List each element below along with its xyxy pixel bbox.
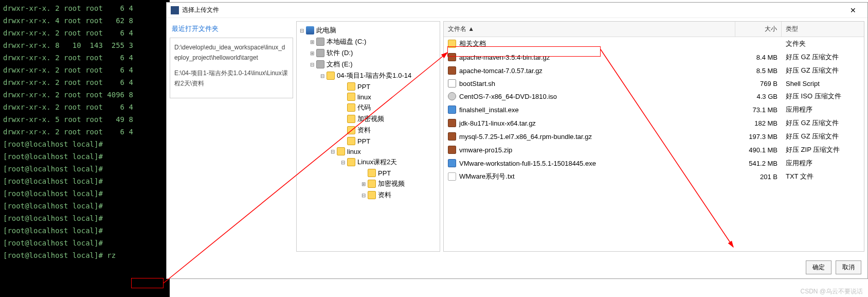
- file-type: 好压 GZ 压缩文件: [782, 117, 864, 129]
- file-size: 490.1 MB: [735, 145, 782, 155]
- ok-button[interactable]: 确定: [806, 260, 831, 274]
- tree-item[interactable]: ⊞本地磁盘 (C:): [308, 36, 439, 47]
- tree-label: PPT: [357, 137, 370, 145]
- file-size: 197.3 MB: [735, 132, 782, 142]
- file-size: 8.4 MB: [735, 53, 782, 62]
- file-row[interactable]: mysql-5.7.25-1.el7.x86_64.rpm-bundle.tar…: [444, 130, 864, 143]
- tree-label: 文档 (E:): [327, 60, 353, 69]
- folder-icon: [347, 158, 355, 166]
- col-type[interactable]: 类型: [782, 22, 864, 37]
- tree-item[interactable]: 代码: [339, 102, 439, 113]
- tree-toggle-icon[interactable]: ⊞: [360, 181, 367, 187]
- archive-icon: [448, 66, 456, 75]
- recent-folders-box: D:\develop\edu_idea_workspace\linux_depl…: [170, 38, 293, 98]
- drive-icon: [316, 38, 324, 46]
- file-name: finalshell_install.exe: [459, 106, 519, 114]
- folder-icon: [368, 191, 376, 199]
- file-type: 好压 ZIP 压缩文件: [782, 144, 864, 155]
- computer-icon: [306, 26, 314, 34]
- rz-highlight-box: [131, 278, 164, 288]
- tree-label: 资料: [357, 126, 371, 135]
- close-button[interactable]: ✕: [843, 6, 863, 14]
- file-row[interactable]: finalshell_install.exe73.1 MB应用程序: [444, 103, 864, 116]
- tree-label: 加密视频: [357, 114, 384, 124]
- file-size: 769 B: [735, 79, 782, 89]
- tree-toggle-icon[interactable]: ⊞: [309, 50, 315, 56]
- file-row[interactable]: vmware-pro15.zip490.1 MB好压 ZIP 压缩文件: [444, 143, 864, 156]
- tree-item[interactable]: 加密视频: [339, 113, 439, 125]
- folder-tree[interactable]: ⊟此电脑⊞本地磁盘 (C:)⊞软件 (D:)⊟文档 (E:)⊟04-项目1-瑞吉…: [296, 21, 440, 252]
- file-row[interactable]: apache-tomcat-7.0.57.tar.gz8.5 MB好压 GZ 压…: [444, 64, 864, 77]
- folder-icon: [347, 82, 355, 91]
- file-size: 73.1 MB: [735, 105, 782, 115]
- file-row[interactable]: bootStart.sh769 BShell Script: [444, 77, 864, 90]
- tree-toggle-icon[interactable]: ⊞: [309, 39, 315, 45]
- recent-path[interactable]: D:\develop\edu_idea_workspace\linux_depl…: [174, 42, 288, 63]
- txt-icon: [448, 172, 456, 181]
- file-name: apache-tomcat-7.0.57.tar.gz: [459, 67, 542, 75]
- folder-icon: [368, 180, 376, 188]
- file-type: 好压 GZ 压缩文件: [782, 131, 864, 142]
- file-row[interactable]: jdk-8u171-linux-x64.tar.gz182 MB好压 GZ 压缩…: [444, 116, 864, 130]
- file-row[interactable]: VMware-workstation-full-15.5.1-15018445.…: [444, 156, 864, 170]
- file-name: jdk-8u171-linux-x64.tar.gz: [459, 119, 536, 127]
- folder-icon: [337, 147, 345, 155]
- tree-item[interactable]: ⊟Linux课程2天: [339, 156, 439, 168]
- archive-icon: [448, 146, 456, 154]
- folder-icon: [347, 115, 355, 123]
- file-size: 201 B: [735, 172, 782, 182]
- tree-label: 软件 (D:): [327, 48, 353, 58]
- file-name: VMware-workstation-full-15.5.1-15018445.…: [459, 160, 596, 167]
- col-name[interactable]: 文件名 ▲: [444, 22, 735, 37]
- tree-item[interactable]: ⊞加密视频: [359, 178, 439, 189]
- file-name: mysql-5.7.25-1.el7.x86_64.rpm-bundle.tar…: [459, 133, 592, 141]
- tree-item[interactable]: linux: [339, 92, 439, 102]
- tree-label: 加密视频: [378, 179, 405, 188]
- tree-item[interactable]: ⊟04-项目1-瑞吉外卖1.0-14: [318, 70, 439, 81]
- tree-toggle-icon[interactable]: ⊟: [360, 193, 367, 198]
- tree-item[interactable]: PPT: [339, 81, 439, 92]
- file-size: 4.3 GB: [735, 92, 782, 101]
- recent-path[interactable]: E:\04-项目1-瑞吉外卖1.0-14\linux\Linux课程2天\资料: [174, 68, 288, 89]
- tree-label: PPT: [378, 169, 391, 177]
- tree-toggle-icon[interactable]: ⊟: [319, 73, 326, 79]
- col-size[interactable]: 大小: [735, 22, 782, 37]
- tree-label: PPT: [357, 83, 370, 91]
- file-row[interactable]: CentOS-7-x86_64-DVD-1810.iso4.3 GB好压 ISO…: [444, 90, 864, 103]
- file-type: Shell Script: [782, 79, 864, 89]
- tree-label: 此电脑: [316, 26, 336, 35]
- script-icon: [448, 79, 456, 88]
- tree-item[interactable]: ⊞软件 (D:): [308, 47, 439, 59]
- file-size: 8.5 MB: [735, 66, 782, 76]
- file-type: 文件夹: [782, 38, 864, 49]
- tree-toggle-icon[interactable]: ⊟: [340, 160, 346, 165]
- cancel-button[interactable]: 取消: [836, 260, 861, 274]
- tree-item[interactable]: ⊟linux: [329, 146, 439, 156]
- terminal[interactable]: drwxr-xr-x. 2 root root 6 4drwxr-xr-x. 4…: [0, 0, 170, 297]
- tree-item[interactable]: 资料: [339, 125, 439, 136]
- folder-icon: [347, 103, 355, 112]
- tree-item[interactable]: PPT: [339, 136, 439, 146]
- file-size: [735, 43, 782, 45]
- tree-toggle-icon[interactable]: ⊟: [309, 62, 315, 67]
- file-row[interactable]: WMware系列号.txt201 BTXT 文件: [444, 170, 864, 183]
- file-name: bootStart.sh: [459, 80, 495, 88]
- file-list[interactable]: 相关文档文件夹apache-maven-3.5.4-bin.tar.gz8.4 …: [444, 37, 864, 251]
- tree-item[interactable]: ⊟文档 (E:): [308, 59, 439, 70]
- tree-toggle-icon[interactable]: ⊟: [330, 149, 336, 154]
- file-type: TXT 文件: [782, 171, 864, 182]
- folder-icon: [327, 72, 335, 80]
- file-type: 应用程序: [782, 158, 864, 169]
- watermark: CSDN @乌云不要说话: [800, 287, 863, 296]
- archive-icon: [448, 132, 456, 141]
- iso-icon: [448, 92, 456, 100]
- folder-icon: [347, 137, 355, 145]
- tree-toggle-icon[interactable]: ⊟: [299, 28, 305, 33]
- recent-folders-heading: 最近打开文件夹: [170, 21, 293, 38]
- file-list-header[interactable]: 文件名 ▲ 大小 类型: [444, 22, 864, 37]
- tree-item[interactable]: ⊟资料: [359, 189, 439, 201]
- file-name: WMware系列号.txt: [459, 172, 515, 181]
- exe-icon: [448, 106, 456, 114]
- tree-item[interactable]: PPT: [359, 168, 439, 178]
- tree-item[interactable]: ⊟此电脑: [298, 25, 439, 36]
